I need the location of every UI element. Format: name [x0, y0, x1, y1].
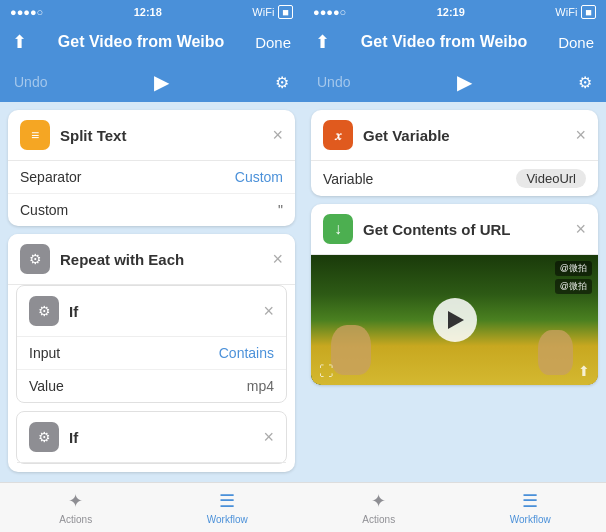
workflow-label-left: Workflow: [207, 514, 248, 525]
repeat-title: Repeat with Each: [60, 251, 262, 268]
variable-pill[interactable]: VideoUrl: [516, 169, 586, 188]
get-contents-card: ↓ Get Contents of URL × @微拍: [311, 204, 598, 385]
nav-title-left: Get Video from Weibo: [58, 33, 225, 51]
split-text-icon: ≡: [20, 120, 50, 150]
get-contents-close[interactable]: ×: [575, 220, 586, 238]
value-value: mp4: [247, 378, 274, 394]
get-contents-header: ↓ Get Contents of URL ×: [311, 204, 598, 255]
status-bar-right: ●●●●○ 12:19 WiFi ■: [303, 0, 606, 22]
separator-label: Separator: [20, 169, 81, 185]
done-button-left[interactable]: Done: [255, 34, 291, 51]
gear-icon: ⚙: [29, 251, 42, 267]
get-contents-icon: ↓: [323, 214, 353, 244]
download-icon: ↓: [334, 220, 342, 238]
time-right: 12:19: [437, 6, 465, 18]
carrier-text: ●●●●○: [10, 6, 43, 18]
actions-icon-left: ✦: [68, 490, 83, 512]
workflow-label-right: Workflow: [510, 514, 551, 525]
tab-actions-right[interactable]: ✦ Actions: [303, 483, 455, 532]
repeat-header: ⚙ Repeat with Each ×: [8, 234, 295, 285]
nested-if-card: ⚙ If × Input Contains Value mp4: [16, 285, 287, 403]
settings-icon-left[interactable]: ⚙: [275, 73, 289, 92]
repeat-close[interactable]: ×: [272, 250, 283, 268]
tab-workflow-left[interactable]: ☰ Workflow: [152, 483, 304, 532]
weibo-badge: @微拍: [555, 261, 592, 276]
status-left: ●●●●○: [10, 6, 43, 18]
get-variable-header: 𝑥 Get Variable ×: [311, 110, 598, 161]
undo-button-right[interactable]: Undo: [317, 74, 350, 90]
left-phone: ●●●●○ 12:18 WiFi ■ ⬆ Get Video from Weib…: [0, 0, 303, 532]
battery-icon-right: ■: [581, 5, 596, 19]
if-icon: ⚙: [29, 296, 59, 326]
undo-button-left[interactable]: Undo: [14, 74, 47, 90]
share-icon-right[interactable]: ⬆: [315, 31, 330, 53]
nav-bar-right: ⬆ Get Video from Weibo Done: [303, 22, 606, 66]
split-text-header: ≡ Split Text ×: [8, 110, 295, 161]
if-title: If: [69, 303, 253, 320]
play-button-left[interactable]: ▶: [154, 70, 169, 94]
content-area-right: 𝑥 Get Variable × Variable VideoUrl ↓ Get…: [303, 102, 606, 482]
value-label: Value: [29, 378, 64, 394]
get-variable-close[interactable]: ×: [575, 126, 586, 144]
custom-row: Custom ": [8, 194, 295, 226]
play-button-right[interactable]: ▶: [457, 70, 472, 94]
time-left: 12:18: [134, 6, 162, 18]
input-row: Input Contains: [17, 337, 286, 370]
tab-actions-left[interactable]: ✦ Actions: [0, 483, 152, 532]
if2-header: ⚙ If ×: [17, 412, 286, 463]
get-variable-icon: 𝑥: [323, 120, 353, 150]
toolbar-right: Undo ▶ ⚙: [303, 66, 606, 102]
video-bottom: ⛶ ⬆: [311, 363, 598, 379]
input-label: Input: [29, 345, 60, 361]
actions-icon-right: ✦: [371, 490, 386, 512]
video-content: @微拍 @微拍 ⛶ ⬆: [311, 255, 598, 385]
settings-icon-right[interactable]: ⚙: [578, 73, 592, 92]
tab-bar-left: ✦ Actions ☰ Workflow: [0, 482, 303, 532]
play-button-video[interactable]: [433, 298, 477, 342]
if-header: ⚙ If ×: [17, 286, 286, 337]
share-icon[interactable]: ⬆: [12, 31, 27, 53]
if2-close[interactable]: ×: [263, 428, 274, 446]
right-phone: ●●●●○ 12:19 WiFi ■ ⬆ Get Video from Weib…: [303, 0, 606, 532]
weibo-badge2: @微拍: [555, 279, 592, 294]
wifi-icon: WiFi: [252, 6, 274, 18]
if2-title: If: [69, 429, 253, 446]
separator-value[interactable]: Custom: [235, 169, 283, 185]
play-triangle: [448, 311, 464, 329]
tab-bar-right: ✦ Actions ☰ Workflow: [303, 482, 606, 532]
get-variable-title: Get Variable: [363, 127, 565, 144]
video-thumbnail: @微拍 @微拍 ⛶ ⬆: [311, 255, 598, 385]
share-video-icon[interactable]: ⬆: [578, 363, 590, 379]
repeat-icon: ⚙: [20, 244, 50, 274]
expand-icon[interactable]: ⛶: [319, 363, 333, 379]
get-contents-title: Get Contents of URL: [363, 221, 565, 238]
if-gear-icon: ⚙: [38, 303, 51, 319]
repeat-card: ⚙ Repeat with Each × ⚙ If × Input Contai…: [8, 234, 295, 472]
input-value[interactable]: Contains: [219, 345, 274, 361]
status-right-right: WiFi ■: [555, 5, 596, 19]
doc-icon: ≡: [31, 127, 39, 143]
actions-label-left: Actions: [59, 514, 92, 525]
custom-value: ": [278, 202, 283, 218]
done-button-right[interactable]: Done: [558, 34, 594, 51]
split-text-card: ≡ Split Text × Separator Custom Custom ": [8, 110, 295, 226]
battery-icon: ■: [278, 5, 293, 19]
nav-title-right: Get Video from Weibo: [361, 33, 528, 51]
status-right: WiFi ■: [252, 5, 293, 19]
toolbar-left: Undo ▶ ⚙: [0, 66, 303, 102]
status-left-right: ●●●●○: [313, 6, 346, 18]
nav-bar-left: ⬆ Get Video from Weibo Done: [0, 22, 303, 66]
if-close[interactable]: ×: [263, 302, 274, 320]
separator-row: Separator Custom: [8, 161, 295, 194]
workflow-icon-left: ☰: [219, 490, 235, 512]
video-overlay: @微拍 @微拍: [555, 261, 592, 294]
get-variable-card: 𝑥 Get Variable × Variable VideoUrl: [311, 110, 598, 196]
wifi-icon-right: WiFi: [555, 6, 577, 18]
tab-workflow-right[interactable]: ☰ Workflow: [455, 483, 607, 532]
carrier-text-right: ●●●●○: [313, 6, 346, 18]
split-text-title: Split Text: [60, 127, 262, 144]
status-bar-left: ●●●●○ 12:18 WiFi ■: [0, 0, 303, 22]
split-text-close[interactable]: ×: [272, 126, 283, 144]
content-area-left: ≡ Split Text × Separator Custom Custom "…: [0, 102, 303, 482]
x-icon: 𝑥: [335, 127, 341, 144]
